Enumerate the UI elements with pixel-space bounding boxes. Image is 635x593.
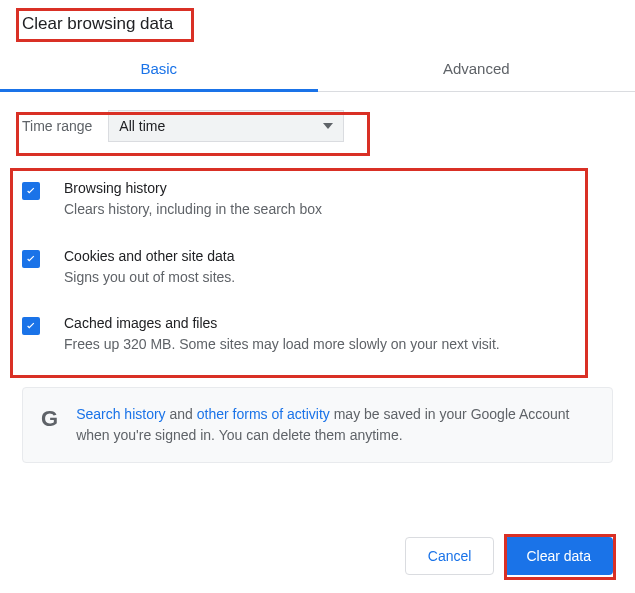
link-other-activity[interactable]: other forms of activity xyxy=(197,406,330,422)
checkbox-browsing-history[interactable] xyxy=(22,182,40,200)
google-account-info: G Search history and other forms of acti… xyxy=(22,387,613,463)
tab-basic[interactable]: Basic xyxy=(0,48,318,91)
option-title: Browsing history xyxy=(64,180,613,196)
tabs: Basic Advanced xyxy=(0,48,635,92)
time-range-value: All time xyxy=(119,118,165,134)
option-desc: Signs you out of most sites. xyxy=(64,268,613,288)
info-text: Search history and other forms of activi… xyxy=(76,404,594,446)
option-cookies: Cookies and other site data Signs you ou… xyxy=(22,234,613,302)
check-icon xyxy=(24,252,38,266)
time-range-label: Time range xyxy=(22,118,92,134)
option-desc: Frees up 320 MB. Some sites may load mor… xyxy=(64,335,613,355)
options-list: Browsing history Clears history, includi… xyxy=(0,160,635,369)
option-text: Cookies and other site data Signs you ou… xyxy=(64,248,613,288)
google-icon: G xyxy=(41,406,58,432)
check-icon xyxy=(24,319,38,333)
option-title: Cookies and other site data xyxy=(64,248,613,264)
cancel-button[interactable]: Cancel xyxy=(405,537,495,575)
link-search-history[interactable]: Search history xyxy=(76,406,165,422)
option-text: Browsing history Clears history, includi… xyxy=(64,180,613,220)
check-icon xyxy=(24,184,38,198)
option-text: Cached images and files Frees up 320 MB.… xyxy=(64,315,613,355)
dialog-title: Clear browsing data xyxy=(0,0,635,48)
option-cache: Cached images and files Frees up 320 MB.… xyxy=(22,301,613,369)
checkbox-cookies[interactable] xyxy=(22,250,40,268)
clear-data-button[interactable]: Clear data xyxy=(504,537,613,575)
checkbox-cache[interactable] xyxy=(22,317,40,335)
chevron-down-icon xyxy=(323,123,333,129)
option-desc: Clears history, including in the search … xyxy=(64,200,613,220)
tab-advanced[interactable]: Advanced xyxy=(318,48,636,91)
time-range-row: Time range All time xyxy=(0,92,635,160)
option-title: Cached images and files xyxy=(64,315,613,331)
dialog-footer: Cancel Clear data xyxy=(405,537,613,575)
option-browsing-history: Browsing history Clears history, includi… xyxy=(22,166,613,234)
time-range-select[interactable]: All time xyxy=(108,110,344,142)
info-mid: and xyxy=(166,406,197,422)
